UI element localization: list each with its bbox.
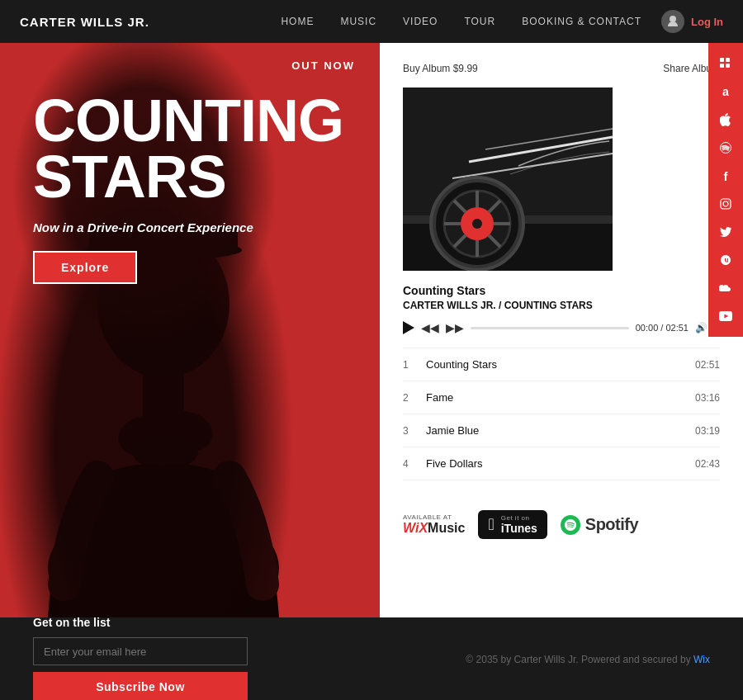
svg-rect-31: [726, 58, 730, 62]
svg-point-36: [723, 201, 728, 206]
nav-actions: Log In: [661, 10, 723, 33]
prev-button[interactable]: ◀◀: [421, 321, 439, 334]
hero-text-block: COUNTING STARS Now in a Drive-in Concert…: [33, 92, 343, 284]
track-num: 2: [403, 392, 419, 404]
track-row[interactable]: 2 Fame 03:16: [403, 381, 720, 414]
svg-rect-33: [726, 64, 730, 68]
nav-booking[interactable]: BOOKING & CONTACT: [522, 16, 641, 27]
buy-album-link[interactable]: Buy Album $9.99: [403, 63, 478, 74]
track-duration: 03:16: [695, 392, 720, 404]
track-num: 1: [403, 359, 419, 371]
track-row[interactable]: 4 Five Dollars 02:43: [403, 447, 720, 480]
itunes-content:  Get it on iTunes: [488, 514, 537, 535]
user-avatar[interactable]: [661, 10, 684, 33]
track-duration: 02:43: [695, 458, 720, 470]
navbar: CARTER WILLS JR. HOME MUSIC VIDEO TOUR B…: [0, 0, 743, 43]
wix-music-label: WiXMusic: [403, 521, 465, 536]
album-art-image: [403, 88, 613, 271]
wix-link[interactable]: Wix: [693, 654, 710, 665]
itunes-badge[interactable]:  Get it on iTunes: [478, 510, 547, 539]
play-button[interactable]: [403, 321, 414, 334]
track-artist: CARTER WILLS JR. / COUNTING STARS: [403, 300, 720, 311]
social-twitter-icon[interactable]: [711, 220, 741, 244]
nav-home[interactable]: HOME: [281, 16, 314, 27]
progress-bar[interactable]: [471, 327, 629, 329]
footer-copyright: © 2035 by Carter Wills Jr. Powered and s…: [380, 651, 710, 666]
social-apple-icon[interactable]: [711, 107, 741, 132]
track-name: Fame: [426, 391, 695, 404]
nav-video[interactable]: VIDEO: [403, 16, 438, 27]
spotify-label: Spotify: [585, 515, 638, 534]
social-soundcloud-icon[interactable]: [711, 276, 741, 300]
itunes-text: Get it on iTunes: [501, 514, 537, 535]
time-display: 00:00 / 02:51: [636, 323, 689, 333]
explore-button[interactable]: Explore: [33, 251, 137, 284]
svg-point-20: [472, 219, 482, 229]
social-instagram-icon[interactable]: [711, 192, 741, 216]
social-vine-icon[interactable]: [711, 248, 741, 272]
footer-email-row: Subscribe Now: [33, 637, 347, 700]
track-row[interactable]: 3 Jamie Blue 03:19: [403, 414, 720, 447]
svg-rect-32: [720, 64, 724, 68]
login-button[interactable]: Log In: [691, 16, 723, 28]
svg-point-0: [670, 16, 676, 22]
right-panel: Buy Album $9.99 Share Album: [380, 43, 743, 617]
social-youtube-icon[interactable]: [711, 304, 741, 329]
wix-available-label: Available at: [403, 513, 452, 521]
footer-subscription: Get on the list Subscribe Now: [33, 616, 347, 700]
streaming-links: Available at WiXMusic  Get it on iTunes: [403, 497, 720, 539]
track-name: Counting Stars: [426, 358, 695, 371]
spotify-icon: [561, 515, 580, 535]
spotify-badge[interactable]: Spotify: [561, 515, 638, 535]
track-duration: 02:51: [695, 359, 720, 371]
hero-section: OUT NOW COUNTING STARS Now in a Drive-in…: [0, 43, 380, 617]
nav-links: HOME MUSIC VIDEO TOUR BOOKING & CONTACT: [281, 16, 641, 27]
player-controls: ◀◀ ▶▶ 00:00 / 02:51 🔊 ≡: [403, 321, 720, 334]
album-header: Buy Album $9.99 Share Album: [403, 63, 720, 74]
wix-music-badge[interactable]: Available at WiXMusic: [403, 513, 465, 536]
social-sidebar: a f: [708, 43, 743, 337]
hero-title: COUNTING STARS: [33, 92, 343, 206]
track-num: 3: [403, 425, 419, 437]
track-title: Counting Stars: [403, 284, 720, 297]
nav-music[interactable]: MUSIC: [340, 16, 376, 27]
copyright-text: © 2035 by Carter Wills Jr. Powered and s…: [466, 654, 710, 665]
track-name: Jamie Blue: [426, 424, 695, 437]
itunes-top-label: Get it on: [501, 514, 537, 522]
nav-brand: CARTER WILLS JR.: [20, 15, 149, 29]
next-button[interactable]: ▶▶: [446, 321, 464, 334]
itunes-bottom-label: iTunes: [501, 522, 537, 535]
svg-rect-35: [721, 199, 731, 209]
track-num: 4: [403, 458, 419, 470]
volume-icon[interactable]: 🔊: [695, 322, 708, 333]
svg-point-37: [728, 201, 729, 201]
footer: Get on the list Subscribe Now © 2035 by …: [0, 617, 743, 700]
footer-list-label: Get on the list: [33, 616, 347, 629]
track-row[interactable]: 1 Counting Stars 02:51: [403, 348, 720, 381]
social-amazon-icon[interactable]: a: [711, 79, 741, 104]
apple-icon: : [488, 515, 494, 534]
track-duration: 03:19: [695, 425, 720, 437]
social-grid-icon[interactable]: [711, 51, 741, 76]
main-content: OUT NOW COUNTING STARS Now in a Drive-in…: [0, 43, 743, 617]
album-art: [403, 88, 613, 271]
track-info: Counting Stars CARTER WILLS JR. / COUNTI…: [403, 284, 720, 311]
social-facebook-icon[interactable]: f: [711, 163, 741, 188]
subscribe-button[interactable]: Subscribe Now: [33, 672, 248, 700]
track-name: Five Dollars: [426, 457, 695, 470]
social-spotify-icon[interactable]: [711, 135, 741, 160]
svg-rect-30: [720, 58, 724, 62]
nav-tour[interactable]: TOUR: [464, 16, 495, 27]
email-input[interactable]: [33, 637, 248, 665]
hero-subtitle: Now in a Drive-in Concert Experience: [33, 220, 343, 234]
tracklist: 1 Counting Stars 02:51 2 Fame 03:16 3 Ja…: [403, 348, 720, 480]
